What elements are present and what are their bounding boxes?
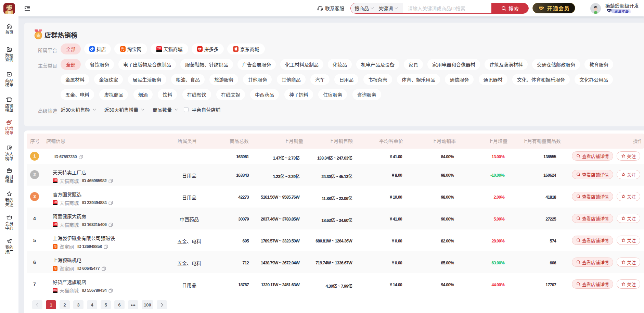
svg-text:天猫: 天猫 [157, 47, 161, 50]
svg-text:天猫: 天猫 [53, 223, 57, 225]
svg-text:淘: 淘 [121, 47, 125, 51]
svg-text:淘: 淘 [54, 245, 57, 248]
svg-text:天猫: 天猫 [53, 288, 57, 291]
svg-text:天猫: 天猫 [53, 179, 57, 181]
svg-text:天猫: 天猫 [53, 201, 57, 203]
svg-text:淘: 淘 [54, 266, 57, 270]
